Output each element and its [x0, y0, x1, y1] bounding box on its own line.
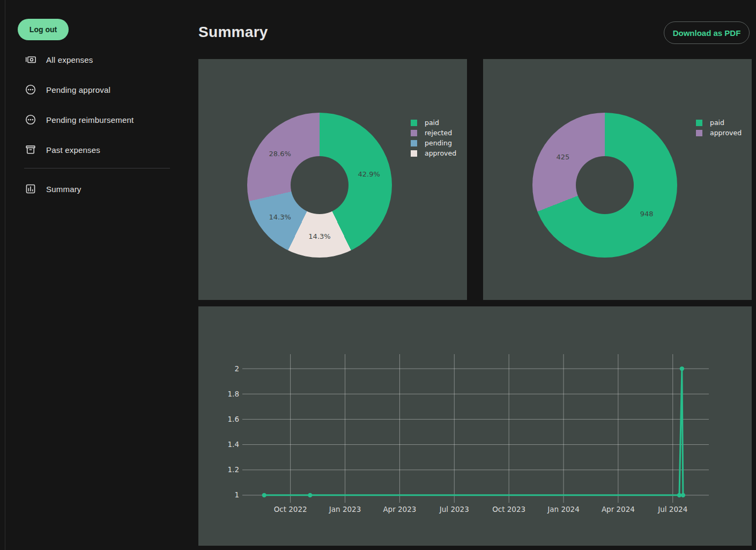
legend-label: pending [425, 139, 452, 147]
timeline-panel: Oct 2022Jan 2023Apr 2023Jul 2023Oct 2023… [198, 306, 752, 546]
legend-item: approved [411, 148, 456, 158]
x-axis-tick-label: Jul 2024 [657, 505, 687, 514]
payments-icon [25, 54, 36, 65]
legend-item: rejected [411, 128, 456, 138]
legend-swatch [411, 120, 417, 126]
pie-slice-label: 28.6% [269, 150, 291, 158]
sidebar-item-pending-reimbursement[interactable]: Pending reimbursement [25, 113, 134, 126]
legend-item: approved [696, 128, 742, 138]
sidebar: Log out All expenses Pending a [0, 0, 188, 550]
sidebar-item-all-expenses[interactable]: All expenses [25, 53, 93, 66]
pie-slice-label: 425 [556, 152, 569, 160]
app-window: Log out All expenses Pending a [0, 0, 756, 550]
legend-label: approved [425, 149, 456, 157]
legend-swatch [411, 140, 417, 146]
y-axis-tick-label: 1.6 [228, 415, 239, 423]
legend-swatch [696, 120, 702, 126]
download-pdf-button[interactable]: Download as PDF [664, 21, 750, 44]
page-title: Summary [198, 24, 268, 41]
legend-swatch [411, 150, 417, 157]
sidebar-item-label: Summary [46, 185, 81, 194]
legend-swatch [411, 130, 417, 136]
sidebar-item-past-expenses[interactable]: Past expenses [25, 143, 100, 156]
data-point-marker [681, 493, 685, 497]
pie-slice-label: 948 [640, 210, 654, 218]
sidebar-item-label: Past expenses [46, 145, 100, 155]
sidebar-divider [24, 168, 170, 168]
legend-item: pending [411, 138, 456, 148]
pending-icon [25, 114, 36, 126]
data-point-marker [680, 366, 684, 371]
sidebar-item-label: Pending reimbursement [46, 115, 134, 124]
expenses-line-chart: Oct 2022Jan 2023Apr 2023Jul 2023Oct 2023… [198, 306, 752, 546]
y-axis-tick-label: 1.4 [228, 440, 239, 449]
y-axis-tick-label: 1 [234, 490, 239, 499]
line-chart-svg: Oct 2022Jan 2023Apr 2023Jul 2023Oct 2023… [198, 306, 752, 546]
x-axis-tick-label: Apr 2024 [602, 505, 635, 514]
sidebar-item-label: All expenses [46, 55, 93, 64]
pie-slice-label: 14.3% [269, 212, 291, 221]
pie-slice-label: 42.9% [358, 170, 380, 178]
logout-button[interactable]: Log out [18, 19, 69, 40]
x-axis-tick-label: Oct 2022 [274, 505, 307, 514]
x-axis-tick-label: Apr 2023 [383, 505, 416, 514]
status-donut-panel: 42.9%14.3%14.3%28.6% paid rejected pendi… [198, 59, 467, 300]
paid-approved-donut-panel: 948425 paid approved [483, 59, 752, 300]
data-point-marker [308, 493, 312, 497]
y-axis-tick-label: 2 [234, 364, 239, 373]
x-axis-tick-label: Jul 2023 [439, 505, 469, 514]
x-axis-tick-label: Oct 2023 [492, 505, 525, 514]
data-line [264, 369, 683, 495]
sidebar-item-label: Pending approval [46, 85, 110, 94]
pie-slice-label: 14.3% [308, 232, 330, 240]
y-axis-tick-label: 1.2 [228, 465, 239, 474]
legend-swatch [696, 130, 702, 136]
x-axis-tick-label: Jan 2024 [547, 505, 579, 514]
pending-icon [25, 84, 36, 96]
legend-label: rejected [425, 129, 452, 137]
legend-item: paid [696, 118, 742, 128]
legend-label: paid [710, 119, 724, 127]
status-donut-chart: 42.9%14.3%14.3%28.6% [247, 113, 392, 258]
sidebar-item-pending-approval[interactable]: Pending approval [25, 83, 110, 96]
legend-label: approved [710, 129, 742, 137]
legend-item: paid [411, 118, 456, 128]
paid-approved-legend: paid approved [696, 118, 742, 138]
x-axis-tick-label: Jan 2023 [329, 505, 361, 514]
donut-hole [291, 156, 349, 214]
status-donut-legend: paid rejected pending approved [411, 118, 456, 158]
donut-hole [576, 156, 634, 214]
archive-icon [25, 144, 36, 156]
paid-approved-donut-chart: 948425 [532, 113, 677, 258]
sidebar-item-summary[interactable]: Summary [25, 182, 81, 195]
y-axis-tick-label: 1.8 [228, 390, 239, 398]
bar-chart-icon [25, 183, 36, 195]
legend-label: paid [425, 119, 439, 127]
data-point-marker [262, 493, 266, 497]
